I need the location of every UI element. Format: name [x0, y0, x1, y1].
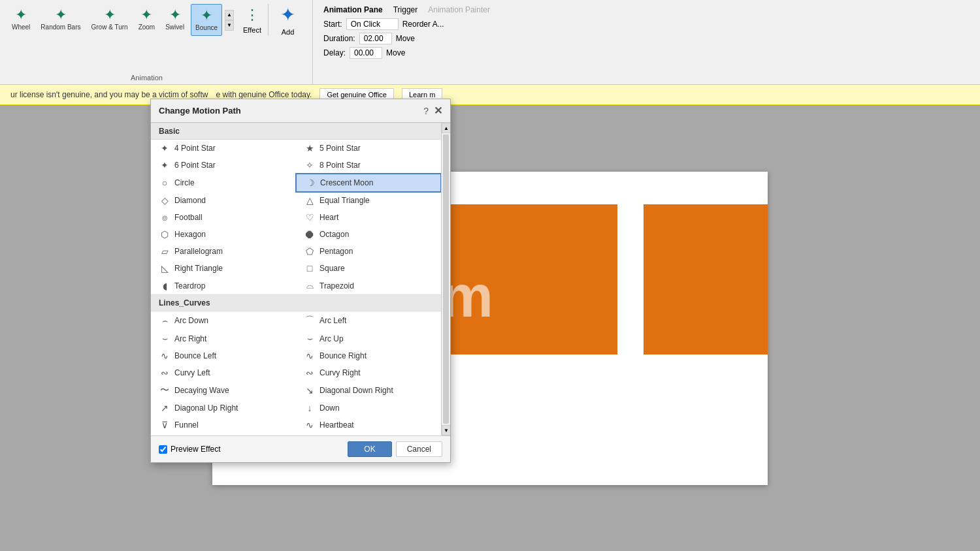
crescent-moon-icon: ☽ [304, 178, 316, 188]
arc-right-icon: ⌣ [159, 333, 171, 344]
move-up-btn[interactable]: Move [396, 34, 415, 43]
swivel-icon: ✦ [169, 7, 181, 24]
anim-grow-turn[interactable]: ✦ Grow & Turn [88, 4, 132, 36]
diagonal-down-right-icon: ↘ [304, 385, 316, 396]
item-arc-left[interactable]: ⌒ Arc Left [296, 311, 441, 330]
item-8-point-star[interactable]: ✧ 8 Point Star [296, 157, 441, 174]
item-bounce-right[interactable]: ∿ Bounce Right [296, 347, 441, 364]
item-arc-right[interactable]: ⌣ Arc Right [151, 330, 296, 347]
scroll-down-arrow[interactable]: ▼ [442, 425, 450, 435]
duration-value[interactable]: 02.00 [359, 33, 392, 44]
ribbon-scroll-down[interactable]: ▼ [225, 20, 234, 31]
item-teardrop[interactable]: ◖ Teardrop [151, 277, 296, 294]
lines-curves-items-grid: ⌢ Arc Down ⌒ Arc Left ⌣ Arc Right [151, 311, 441, 433]
diagonal-up-right-icon: ↗ [159, 403, 171, 413]
start-label: Start: [323, 20, 342, 29]
basic-items-grid: ✦ 4 Point Star ★ 5 Point Star ✦ 6 Point … [151, 140, 441, 294]
bounce-icon: ✦ [201, 7, 212, 24]
football-icon: ⌾ [159, 212, 171, 223]
dialog-body: Basic ✦ 4 Point Star ★ 5 Point Star [151, 123, 450, 462]
ribbon-scroll-up[interactable]: ▲ [225, 10, 234, 20]
animation-section-label: Animation [131, 74, 163, 82]
dialog-scroll-area[interactable]: Basic ✦ 4 Point Star ★ 5 Point Star [151, 123, 441, 435]
ok-button[interactable]: OK [348, 441, 391, 457]
item-heartbeat[interactable]: ∿ Heartbeat [296, 417, 441, 433]
anim-wheel[interactable]: ✦ Wheel [8, 4, 34, 36]
arc-up-icon: ⌣ [304, 333, 316, 344]
effect-icon: ⋮ [245, 7, 259, 24]
item-bounce-left[interactable]: ∿ Bounce Left [151, 347, 296, 364]
item-trapezoid[interactable]: ⌓ Trapezoid [296, 277, 441, 294]
anim-swivel[interactable]: ✦ Swivel [161, 4, 188, 36]
item-funnel[interactable]: ⊽ Funnel [151, 417, 296, 433]
item-decaying-wave[interactable]: 〜 Decaying Wave [151, 381, 296, 400]
move-down-btn[interactable]: Move [386, 48, 405, 57]
preview-effect-label: Preview Effect [171, 445, 220, 454]
change-motion-path-dialog: Change Motion Path ? ✕ Basic ✦ 4 Point S… [150, 99, 451, 463]
wheel-icon: ✦ [15, 7, 27, 24]
item-equal-triangle[interactable]: △ Equal Triangle [296, 192, 441, 209]
item-down[interactable]: ↓ Down [296, 400, 441, 417]
anim-zoom[interactable]: ✦ Zoom [135, 4, 159, 36]
cancel-button[interactable]: Cancel [396, 441, 442, 457]
reorder-label: Reorder A... [402, 20, 444, 29]
curvy-right-icon: ∾ [304, 368, 316, 378]
funnel-icon: ⊽ [159, 420, 171, 430]
random-bars-icon: ✦ [55, 7, 67, 24]
parallelogram-icon: ▱ [159, 246, 171, 257]
warning-bar: ur license isn't genuine, and you may be… [0, 85, 980, 105]
item-diagonal-down-right[interactable]: ↘ Diagonal Down Right [296, 381, 441, 400]
item-pentagon[interactable]: ⬠ Pentagon [296, 243, 441, 260]
item-arc-up[interactable]: ⌣ Arc Up [296, 330, 441, 347]
item-diagonal-up-right[interactable]: ↗ Diagonal Up Right [151, 400, 296, 417]
dialog-close-button[interactable]: ✕ [434, 104, 442, 117]
dialog-controls: ? ✕ [423, 104, 442, 117]
lines-curves-section-header: Lines_Curves [151, 294, 441, 311]
item-heart[interactable]: ♡ Heart [296, 209, 441, 226]
anim-bounce[interactable]: ✦ Bounce [191, 4, 222, 36]
preview-effect-checkbox[interactable] [159, 445, 167, 454]
item-4-point-star[interactable]: ✦ 4 Point Star [151, 140, 296, 157]
item-diamond[interactable]: ◇ Diamond [151, 192, 296, 209]
item-right-triangle[interactable]: ◺ Right Triangle [151, 260, 296, 277]
octagon-icon: ⯃ [304, 229, 316, 240]
start-value[interactable]: On Click [346, 18, 399, 30]
item-square[interactable]: □ Square [296, 260, 441, 277]
anim-random-bars[interactable]: ✦ Random Bars [37, 4, 84, 36]
item-football[interactable]: ⌾ Football [151, 209, 296, 226]
dialog-scrollbar[interactable]: ▲ ▼ [441, 123, 450, 435]
dialog-titlebar: Change Motion Path ? ✕ [151, 99, 450, 123]
slide-orange-right [644, 204, 768, 354]
item-arc-down[interactable]: ⌢ Arc Down [151, 311, 296, 330]
item-parallelogram[interactable]: ▱ Parallelogram [151, 243, 296, 260]
item-5-point-star[interactable]: ★ 5 Point Star [296, 140, 441, 157]
animation-painter-btn[interactable]: Animation Painter [428, 5, 490, 14]
scroll-up-arrow[interactable]: ▲ [442, 123, 450, 133]
duration-label: Duration: [323, 34, 355, 43]
effect-label: Effect [243, 26, 261, 34]
zoom-icon: ✦ [140, 7, 152, 24]
trigger-btn[interactable]: Trigger [393, 5, 418, 14]
item-curvy-right[interactable]: ∾ Curvy Right [296, 364, 441, 381]
footer-buttons: OK Cancel [348, 441, 442, 457]
delay-value[interactable]: 00.00 [350, 47, 382, 59]
item-hexagon[interactable]: ⬡ Hexagon [151, 226, 296, 243]
hexagon-icon: ⬡ [159, 229, 171, 240]
scroll-thumb[interactable] [443, 134, 449, 424]
item-6-point-star[interactable]: ✦ 6 Point Star [151, 157, 296, 174]
slide-area: 1 m Change Motion Path ? ✕ Basic [0, 105, 980, 551]
arc-left-icon: ⌒ [304, 315, 316, 326]
add-icon: ✦ [280, 4, 295, 25]
dialog-help-button[interactable]: ? [423, 106, 429, 116]
4-point-star-icon: ✦ [159, 143, 171, 153]
item-octagon[interactable]: ⯃ Octagon [296, 226, 441, 243]
item-crescent-moon[interactable]: ☽ Crescent Moon [296, 174, 441, 192]
down-icon: ↓ [304, 403, 316, 413]
item-circle[interactable]: ○ Circle [151, 174, 296, 192]
animation-pane-btn[interactable]: Animation Pane [323, 5, 383, 14]
warning-text: ur license isn't genuine, and you may be… [10, 90, 208, 99]
square-icon: □ [304, 263, 316, 274]
circle-icon: ○ [159, 178, 171, 188]
dialog-title: Change Motion Path [159, 106, 241, 116]
item-curvy-left[interactable]: ∾ Curvy Left [151, 364, 296, 381]
